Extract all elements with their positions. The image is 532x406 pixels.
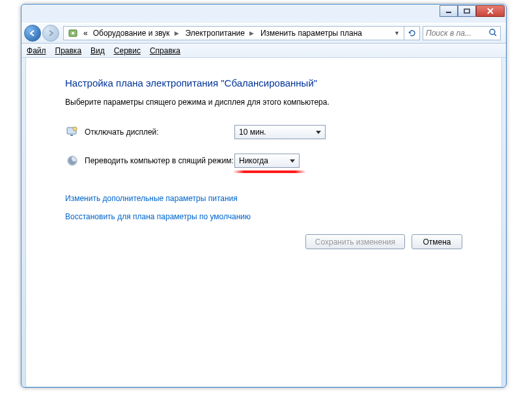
- button-row: Сохранить изменения Отмена: [65, 234, 462, 249]
- link-advanced-settings[interactable]: Изменить дополнительные параметры питани…: [65, 194, 462, 203]
- menu-bar: Файл Правка Вид Сервис Справка: [21, 44, 506, 58]
- search-icon[interactable]: [488, 28, 497, 39]
- control-panel-icon: [67, 28, 79, 38]
- close-button[interactable]: [476, 5, 505, 17]
- link-restore-defaults[interactable]: Восстановить для плана параметры по умол…: [65, 212, 462, 221]
- svg-point-8: [73, 127, 77, 131]
- menu-tools[interactable]: Сервис: [114, 46, 141, 55]
- menu-view[interactable]: Вид: [91, 46, 105, 55]
- breadcrumb-prefix[interactable]: «: [81, 29, 91, 38]
- cancel-button[interactable]: Отмена: [412, 234, 462, 249]
- search-input[interactable]: [426, 29, 478, 38]
- display-off-combo[interactable]: 10 мин.: [234, 125, 326, 139]
- window-buttons: [440, 5, 505, 17]
- content-area: Настройка плана электропитания "Сбаланси…: [25, 58, 502, 387]
- svg-rect-0: [446, 12, 451, 13]
- breadcrumb-hardware[interactable]: Оборудование и звук▶: [91, 29, 183, 38]
- address-bar[interactable]: « Оборудование и звук▶ Электропитание▶ И…: [63, 26, 404, 40]
- chevron-down-icon: [290, 159, 295, 163]
- explorer-window: « Оборудование и звук▶ Электропитание▶ И…: [21, 4, 507, 388]
- address-wrapper: « Оборудование и звук▶ Электропитание▶ И…: [63, 26, 501, 40]
- svg-rect-7: [70, 135, 73, 136]
- chevron-down-icon: [316, 131, 321, 134]
- sleep-icon: [65, 154, 79, 168]
- breadcrumb-edit-plan[interactable]: Изменить параметры плана: [258, 29, 365, 38]
- minimize-icon: [445, 8, 452, 14]
- menu-file[interactable]: Файл: [27, 46, 46, 55]
- svg-point-4: [490, 29, 495, 34]
- arrow-right-icon: [47, 29, 55, 37]
- page-subtitle: Выберите параметры спящего режима и дисп…: [65, 98, 462, 107]
- chevron-right-icon: ▶: [173, 30, 180, 36]
- sleep-label: Переводить компьютер в спящий режим:: [85, 156, 234, 165]
- minimize-button[interactable]: [440, 5, 458, 17]
- maximize-icon: [464, 8, 470, 14]
- menu-help[interactable]: Справка: [150, 46, 180, 55]
- refresh-icon: [408, 29, 417, 38]
- svg-point-3: [72, 32, 74, 34]
- chevron-down-icon[interactable]: ▼: [394, 30, 400, 36]
- row-display-off: Отключать дисплей: 10 мин.: [65, 125, 462, 139]
- back-button[interactable]: [24, 25, 41, 42]
- monitor-icon: [65, 125, 79, 139]
- sleep-value: Никогда: [239, 156, 268, 165]
- refresh-button[interactable]: [404, 26, 420, 40]
- titlebar: [21, 5, 506, 23]
- chevron-right-icon: ▶: [248, 30, 255, 36]
- page-title: Настройка плана электропитания "Сбаланси…: [65, 77, 462, 88]
- row-sleep: Переводить компьютер в спящий режим: Ник…: [65, 154, 462, 168]
- forward-button[interactable]: [42, 25, 59, 42]
- menu-edit[interactable]: Правка: [55, 46, 82, 55]
- close-icon: [486, 8, 494, 14]
- sleep-combo[interactable]: Никогда: [234, 154, 300, 168]
- maximize-button[interactable]: [458, 5, 476, 17]
- address-end: ▼: [391, 30, 402, 36]
- annotation-underline: [233, 170, 306, 173]
- search-box[interactable]: [423, 26, 501, 40]
- navigation-bar: « Оборудование и звук▶ Электропитание▶ И…: [21, 23, 506, 44]
- arrow-left-icon: [29, 29, 36, 37]
- save-button[interactable]: Сохранить изменения: [305, 234, 405, 249]
- display-off-label: Отключать дисплей:: [85, 128, 234, 137]
- svg-rect-1: [464, 9, 469, 13]
- display-off-value: 10 мин.: [239, 128, 266, 137]
- svg-line-5: [494, 34, 496, 36]
- breadcrumb-power[interactable]: Электропитание▶: [183, 29, 258, 38]
